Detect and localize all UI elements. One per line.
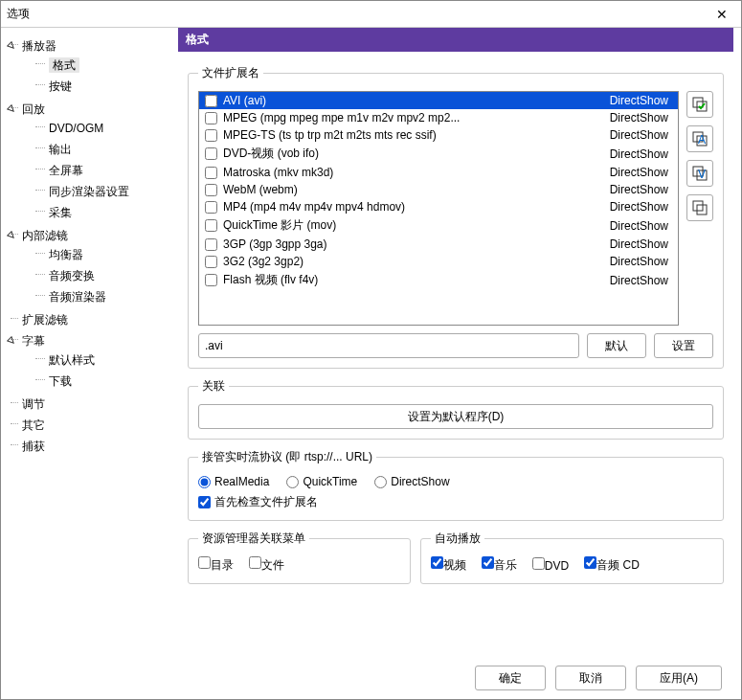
tree-node[interactable]: 同步渲染器设置 (22, 181, 174, 202)
extension-checkbox[interactable] (205, 201, 217, 214)
svg-text:V: V (698, 168, 706, 181)
rtsp-radio[interactable] (198, 476, 211, 488)
tree-node[interactable]: 其它 (5, 415, 174, 436)
chevron-down-icon[interactable] (7, 228, 18, 245)
extension-name: Flash 视频 (flv f4v) (223, 272, 604, 288)
autoplay-legend: 自动播放 (431, 531, 484, 547)
extension-row[interactable]: DVD-视频 (vob ifo)DirectShow (199, 144, 678, 164)
extension-checkbox[interactable] (205, 238, 217, 251)
tree-node[interactable]: DVD/OGM (22, 118, 174, 139)
tree-node[interactable]: 默认样式 (22, 350, 174, 371)
tree-node[interactable]: 调节 (5, 394, 174, 415)
cancel-button[interactable]: 取消 (555, 666, 626, 690)
extension-name: 3GP (3gp 3gpp 3ga) (223, 237, 604, 251)
file-extensions-legend: 文件扩展名 (198, 65, 263, 81)
extension-checkbox[interactable] (205, 129, 217, 142)
extension-engine: DirectShow (610, 200, 672, 214)
tree-node[interactable]: 音频变换 (22, 265, 174, 286)
chevron-down-icon[interactable] (7, 333, 18, 350)
extension-row[interactable]: Matroska (mkv mk3d)DirectShow (199, 164, 678, 181)
rtsp-option[interactable]: DirectShow (374, 475, 449, 488)
extension-checkbox[interactable] (205, 95, 217, 107)
extension-name: Matroska (mkv mk3d) (223, 166, 604, 179)
extension-engine: DirectShow (610, 255, 672, 268)
extension-input[interactable] (198, 333, 579, 358)
extension-name: AVI (avi) (223, 94, 604, 107)
rtsp-option[interactable]: QuickTime (286, 475, 357, 488)
extension-engine: DirectShow (610, 274, 672, 287)
extension-row[interactable]: MP4 (mp4 m4v mp4v mpv4 hdmov)DirectShow (199, 198, 678, 215)
tree-node[interactable]: 采集 (22, 202, 174, 223)
tree-node[interactable]: 捕获 (5, 436, 174, 457)
tree-node[interactable]: 回放DVD/OGM输出全屏幕同步渲染器设置采集 (5, 99, 174, 225)
context-option[interactable]: 文件 (249, 556, 284, 574)
extension-name: DVD-视频 (vob ifo) (223, 146, 604, 162)
tree-label: 播放器 (22, 39, 56, 53)
tree-node[interactable]: 格式 (22, 55, 174, 76)
autoplay-checkbox[interactable] (482, 556, 494, 569)
rtsp-radio[interactable] (374, 476, 387, 488)
tree-node[interactable]: 音频渲染器 (22, 286, 174, 307)
rtsp-radio[interactable] (286, 476, 299, 488)
tree-node[interactable]: 输出 (22, 139, 174, 160)
set-button[interactable]: 设置 (654, 333, 713, 358)
chevron-down-icon[interactable] (7, 38, 18, 56)
extension-row[interactable]: WebM (webm)DirectShow (199, 181, 678, 198)
autoplay-checkbox[interactable] (584, 556, 596, 569)
apply-button[interactable]: 应用(A) (636, 666, 722, 690)
extension-row[interactable]: 3GP (3gp 3gpp 3ga)DirectShow (199, 236, 678, 253)
extension-checkbox[interactable] (205, 167, 217, 179)
extension-row[interactable]: MPEG-TS (ts tp trp m2t m2ts mts rec ssif… (199, 126, 678, 144)
context-checkbox[interactable] (198, 556, 211, 569)
extension-row[interactable]: 3G2 (3g2 3gp2)DirectShow (199, 253, 678, 270)
extension-row[interactable]: MPEG (mpg mpeg mpe m1v m2v mpv2 mp2...Di… (199, 109, 678, 126)
tree-label: 内部滤镜 (22, 229, 68, 242)
svg-rect-9 (697, 205, 707, 215)
extension-row[interactable]: QuickTime 影片 (mov)DirectShow (199, 215, 678, 236)
tree-label: 同步渲染器设置 (49, 185, 129, 198)
tree-node[interactable]: 字幕默认样式下载 (5, 330, 174, 394)
tree-label: 下载 (49, 374, 72, 388)
extension-row[interactable]: AVI (avi)DirectShow (199, 92, 678, 109)
autoplay-checkbox[interactable] (431, 556, 443, 569)
tree-node[interactable]: 扩展滤镜 (5, 309, 174, 330)
autoplay-option[interactable]: 音频 CD (584, 556, 640, 574)
extension-checkbox[interactable] (205, 184, 217, 196)
extension-name: 3G2 (3g2 3gp2) (223, 255, 604, 268)
autoplay-option[interactable]: DVD (532, 557, 569, 573)
close-icon[interactable]: ✕ (708, 7, 735, 22)
context-checkbox[interactable] (249, 556, 261, 569)
check-extension-first-checkbox[interactable] (198, 496, 211, 508)
context-option[interactable]: 目录 (198, 556, 234, 574)
tree-label: 采集 (49, 206, 72, 219)
tree-node[interactable]: 全屏幕 (22, 160, 174, 181)
tree-node[interactable]: 下载 (22, 371, 174, 392)
extension-checkbox[interactable] (205, 112, 217, 124)
tree-node[interactable]: 均衡器 (22, 244, 174, 265)
select-all-check-icon[interactable] (686, 91, 713, 118)
autoplay-option[interactable]: 音乐 (482, 556, 517, 574)
extension-row[interactable]: Flash 视频 (flv f4v)DirectShow (199, 270, 678, 290)
extension-checkbox[interactable] (205, 256, 217, 268)
extension-checkbox[interactable] (205, 274, 217, 286)
default-button[interactable]: 默认 (587, 333, 646, 358)
association-legend: 关联 (198, 378, 229, 395)
tree-node[interactable]: 按键 (22, 76, 174, 97)
select-none-icon[interactable] (686, 194, 713, 221)
ok-button[interactable]: 确定 (475, 666, 546, 690)
select-all-a-icon[interactable]: A (686, 125, 713, 152)
tree-node[interactable]: 内部滤镜均衡器音频变换音频渲染器 (5, 225, 174, 309)
select-video-icon[interactable]: V (686, 160, 713, 187)
extension-engine: DirectShow (610, 166, 672, 179)
extension-list[interactable]: AVI (avi)DirectShowMPEG (mpg mpeg mpe m1… (198, 91, 679, 326)
autoplay-group: 自动播放 视频音乐DVD音频 CD (420, 531, 724, 584)
set-default-program-button[interactable]: 设置为默认程序(D) (198, 404, 713, 429)
tree-label: 格式 (49, 57, 79, 73)
tree-node[interactable]: 播放器格式按键 (5, 35, 174, 99)
chevron-down-icon[interactable] (7, 102, 18, 119)
rtsp-option[interactable]: RealMedia (198, 475, 269, 488)
autoplay-checkbox[interactable] (532, 557, 545, 570)
extension-checkbox[interactable] (205, 147, 217, 160)
autoplay-option[interactable]: 视频 (431, 556, 466, 574)
extension-checkbox[interactable] (205, 219, 217, 232)
